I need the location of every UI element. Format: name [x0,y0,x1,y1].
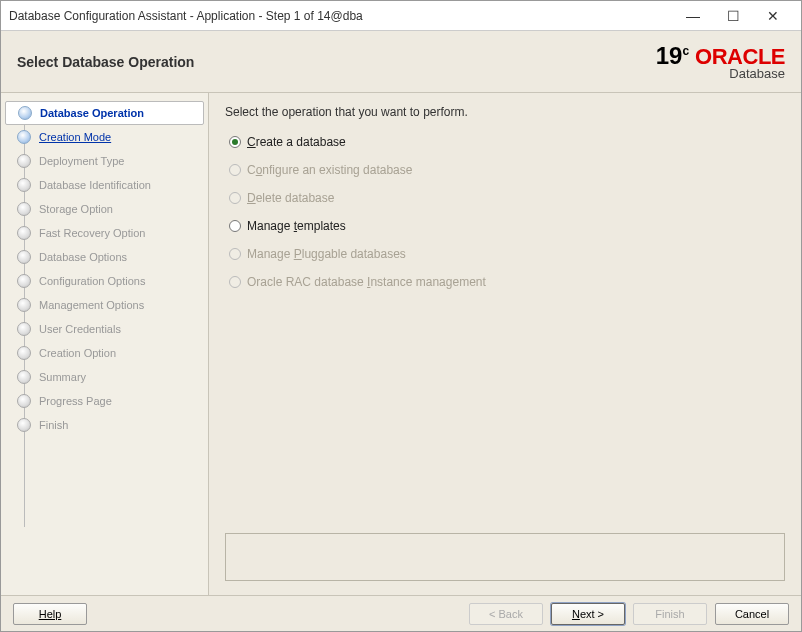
wizard-step-0: Database Operation [5,101,204,125]
option-label: Delete database [247,191,334,205]
window-title: Database Configuration Assistant - Appli… [9,9,673,23]
operation-option-4: Manage Pluggable databases [229,247,785,261]
back-button: < Back [469,603,543,625]
radio-icon [229,192,241,204]
wizard-step-2: Deployment Type [1,149,208,173]
wizard-step-12: Progress Page [1,389,208,413]
radio-icon [229,164,241,176]
step-bullet-icon [17,298,31,312]
radio-icon [229,220,241,232]
wizard-step-8: Management Options [1,293,208,317]
step-bullet-icon [17,346,31,360]
minimize-button[interactable]: — [673,2,713,30]
maximize-button[interactable]: ☐ [713,2,753,30]
step-label: Fast Recovery Option [39,227,145,239]
radio-icon [229,248,241,260]
step-label: Creation Mode [39,131,111,143]
wizard-step-4: Storage Option [1,197,208,221]
operation-options: Create a databaseConfigure an existing d… [229,135,785,289]
step-label: Database Options [39,251,127,263]
close-button[interactable]: ✕ [753,2,793,30]
step-bullet-icon [17,394,31,408]
radio-icon [229,136,241,148]
window-titlebar: Database Configuration Assistant - Appli… [1,1,801,31]
wizard-step-6: Database Options [1,245,208,269]
operation-option-2: Delete database [229,191,785,205]
wizard-footer: Help < Back Next > Finish Cancel [1,595,801,631]
operation-option-0[interactable]: Create a database [229,135,785,149]
step-label: Storage Option [39,203,113,215]
step-bullet-icon [18,106,32,120]
option-label: Configure an existing database [247,163,412,177]
step-label: Finish [39,419,68,431]
option-label: Oracle RAC database Instance management [247,275,486,289]
content-panel: Select the operation that you want to pe… [209,93,801,595]
step-bullet-icon [17,202,31,216]
wizard-step-11: Summary [1,365,208,389]
finish-button: Finish [633,603,707,625]
help-button[interactable]: Help [13,603,87,625]
step-bullet-icon [17,226,31,240]
wizard-step-7: Configuration Options [1,269,208,293]
wizard-step-13: Finish [1,413,208,437]
operation-option-1: Configure an existing database [229,163,785,177]
step-bullet-icon [17,178,31,192]
page-title: Select Database Operation [17,54,656,70]
cancel-button[interactable]: Cancel [715,603,789,625]
option-label: Create a database [247,135,346,149]
step-label: Creation Option [39,347,116,359]
step-label: Progress Page [39,395,112,407]
step-label: Summary [39,371,86,383]
wizard-step-9: User Credentials [1,317,208,341]
step-bullet-icon [17,418,31,432]
step-bullet-icon [17,322,31,336]
step-label: Database Identification [39,179,151,191]
step-label: Management Options [39,299,144,311]
step-bullet-icon [17,130,31,144]
radio-icon [229,276,241,288]
step-label: Database Operation [40,107,144,119]
step-label: User Credentials [39,323,121,335]
step-bullet-icon [17,250,31,264]
wizard-step-5: Fast Recovery Option [1,221,208,245]
step-bullet-icon [17,370,31,384]
step-bullet-icon [17,154,31,168]
wizard-steps-sidebar: Database OperationCreation ModeDeploymen… [1,93,209,595]
message-area [225,533,785,581]
step-label: Deployment Type [39,155,124,167]
brand-logo: 19c ORACLE Database [656,42,785,81]
option-label: Manage templates [247,219,346,233]
next-button[interactable]: Next > [551,603,625,625]
wizard-step-3: Database Identification [1,173,208,197]
wizard-header: Select Database Operation 19c ORACLE Dat… [1,31,801,93]
operation-option-5: Oracle RAC database Instance management [229,275,785,289]
instruction-text: Select the operation that you want to pe… [225,105,785,119]
step-label: Configuration Options [39,275,145,287]
operation-option-3[interactable]: Manage templates [229,219,785,233]
wizard-step-10: Creation Option [1,341,208,365]
step-bullet-icon [17,274,31,288]
wizard-step-1[interactable]: Creation Mode [1,125,208,149]
option-label: Manage Pluggable databases [247,247,406,261]
